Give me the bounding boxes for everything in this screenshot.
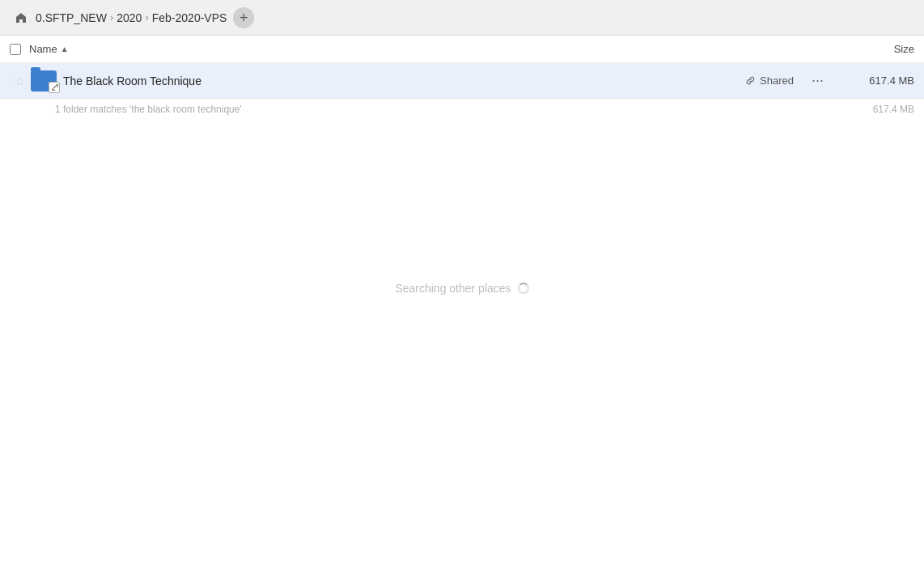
file-list: ☆ The Black Room Technique Shared — [0, 63, 924, 583]
link-badge-icon — [49, 82, 60, 93]
add-breadcrumb-button[interactable]: + — [233, 7, 254, 28]
searching-text: Searching other places — [395, 282, 528, 295]
star-icon[interactable]: ☆ — [10, 74, 29, 87]
shared-label: Shared — [760, 74, 794, 87]
summary-text: 1 folder matches 'the black room techniq… — [55, 104, 841, 115]
summary-row: 1 folder matches 'the black room techniq… — [0, 99, 924, 120]
file-size: 617.4 MB — [841, 74, 914, 87]
sort-arrow-icon: ▲ — [61, 45, 69, 53]
breadcrumb-item-sftp[interactable]: 0.SFTP_NEW — [36, 11, 107, 24]
app-container: 0.SFTP_NEW › 2020 › Feb-2020-VPS + Name … — [0, 0, 924, 583]
breadcrumb-item-feb[interactable]: Feb-2020-VPS — [152, 11, 227, 24]
searching-label: Searching other places — [395, 282, 511, 295]
file-icon-col — [29, 70, 58, 91]
spinner-icon — [518, 283, 529, 294]
file-name: The Black Room Technique — [63, 74, 745, 87]
size-column-header[interactable]: Size — [833, 43, 914, 55]
summary-size: 617.4 MB — [841, 104, 914, 115]
folder-linked-icon — [31, 70, 57, 91]
breadcrumb-sep-0: › — [110, 11, 113, 23]
column-header: Name ▲ Size — [0, 36, 924, 63]
breadcrumb-item-2020[interactable]: 2020 — [117, 11, 142, 24]
breadcrumb-sep-1: › — [145, 11, 148, 23]
select-all-input[interactable] — [10, 44, 21, 55]
breadcrumb: 0.SFTP_NEW › 2020 › Feb-2020-VPS — [36, 11, 227, 24]
name-column-header[interactable]: Name ▲ — [29, 43, 833, 55]
table-row[interactable]: ☆ The Black Room Technique Shared — [0, 63, 924, 99]
name-label: Name — [29, 43, 57, 55]
home-button[interactable] — [10, 6, 32, 29]
searching-section: Searching other places — [0, 282, 924, 295]
shared-status: Shared — [745, 74, 794, 87]
toolbar: 0.SFTP_NEW › 2020 › Feb-2020-VPS + — [0, 0, 924, 36]
link-icon — [745, 75, 756, 86]
more-options-button[interactable]: ··· — [807, 69, 829, 92]
select-all-checkbox[interactable] — [10, 44, 29, 55]
